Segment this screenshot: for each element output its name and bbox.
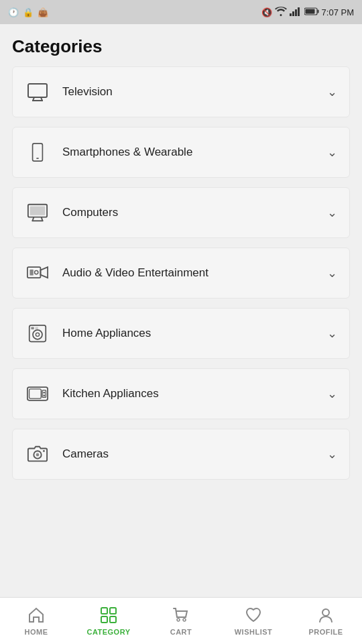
audio-video-icon xyxy=(25,263,50,283)
nav-item-wishlist[interactable]: WISHLIST xyxy=(217,598,290,644)
category-label-home-appliances: Home Appliances xyxy=(62,327,151,340)
svg-rect-7 xyxy=(305,9,314,13)
svg-point-22 xyxy=(35,270,38,274)
svg-rect-1 xyxy=(292,11,294,16)
nav-item-category[interactable]: CATEGORY xyxy=(72,598,145,644)
category-item-kitchen-appliances[interactable]: Kitchen Appliances ⌄ xyxy=(12,368,350,419)
cart-icon xyxy=(172,606,190,625)
category-label-cameras: Cameras xyxy=(62,447,109,461)
nav-label-category: CATEGORY xyxy=(86,628,130,636)
svg-rect-36 xyxy=(101,608,107,614)
category-label-smartphones: Smartphones & Wearable xyxy=(62,146,192,159)
chevron-icon-television: ⌄ xyxy=(327,85,337,99)
wifi-icon xyxy=(275,7,287,18)
category-left: Cameras xyxy=(25,444,109,464)
washer-icon xyxy=(25,323,50,343)
nav-label-wishlist: WISHLIST xyxy=(235,628,273,636)
heart-icon xyxy=(245,606,262,625)
chevron-icon-smartphones: ⌄ xyxy=(327,145,337,160)
status-bar: 🕐 🔒 👜 🔇 7:07 PM xyxy=(0,0,362,24)
status-right: 🔇 7:07 PM xyxy=(261,7,354,18)
chevron-icon-kitchen-appliances: ⌄ xyxy=(327,386,337,401)
camera-icon xyxy=(25,444,50,464)
category-label-computers: Computers xyxy=(62,206,118,219)
battery-icon xyxy=(304,7,319,17)
svg-rect-8 xyxy=(28,84,47,97)
lock-icon: 🔒 xyxy=(23,7,34,17)
category-item-cameras[interactable]: Cameras ⌄ xyxy=(12,429,350,480)
bag-icon: 👜 xyxy=(38,7,48,17)
chevron-icon-cameras: ⌄ xyxy=(327,447,337,462)
category-label-television: Television xyxy=(62,85,113,99)
svg-point-24 xyxy=(33,330,42,339)
time-display: 7:07 PM xyxy=(322,7,354,17)
mute-icon: 🔇 xyxy=(261,7,272,17)
bottom-nav: HOME CATEGORY CART WISH xyxy=(0,597,362,644)
page-title: Categories xyxy=(0,24,362,66)
category-item-smartphones[interactable]: Smartphones & Wearable ⌄ xyxy=(12,127,350,178)
microwave-icon xyxy=(25,384,50,404)
category-left: Smartphones & Wearable xyxy=(25,142,192,162)
svg-point-32 xyxy=(43,394,45,396)
categories-list: Television ⌄ Smartphones & Wearable ⌄ xyxy=(0,66,362,595)
svg-rect-29 xyxy=(29,389,42,398)
computer-icon xyxy=(25,203,50,223)
nav-label-profile: PROFILE xyxy=(308,628,343,636)
signal-icon xyxy=(290,7,302,18)
category-left: Kitchen Appliances xyxy=(25,384,159,404)
svg-rect-38 xyxy=(101,616,107,623)
nav-label-cart: CART xyxy=(170,628,192,636)
category-label-kitchen-appliances: Kitchen Appliances xyxy=(62,387,159,400)
status-left: 🕐 🔒 👜 xyxy=(8,7,48,17)
svg-point-35 xyxy=(43,450,45,452)
nav-label-home: HOME xyxy=(25,628,48,636)
nav-item-profile[interactable]: PROFILE xyxy=(290,598,362,644)
category-item-television[interactable]: Television ⌄ xyxy=(12,66,350,117)
category-label-audio-video: Audio & Video Entertainment xyxy=(62,266,208,280)
category-left: Computers xyxy=(25,203,118,223)
svg-point-34 xyxy=(36,453,40,457)
svg-rect-6 xyxy=(317,9,318,13)
clock-icon: 🕐 xyxy=(8,7,19,17)
nav-item-cart[interactable]: CART xyxy=(145,598,217,644)
svg-marker-20 xyxy=(40,267,48,278)
svg-rect-39 xyxy=(110,616,116,623)
svg-rect-26 xyxy=(31,327,34,329)
svg-rect-21 xyxy=(29,270,33,276)
svg-point-25 xyxy=(36,333,39,336)
svg-point-42 xyxy=(322,609,329,616)
category-left: Home Appliances xyxy=(25,323,151,343)
category-item-computers[interactable]: Computers ⌄ xyxy=(12,187,350,238)
chevron-icon-home-appliances: ⌄ xyxy=(327,326,337,341)
category-left: Audio & Video Entertainment xyxy=(25,263,208,283)
tv-icon xyxy=(25,82,50,102)
svg-point-41 xyxy=(183,619,186,621)
chevron-icon-computers: ⌄ xyxy=(327,205,337,220)
svg-rect-3 xyxy=(298,7,300,16)
chevron-icon-audio-video: ⌄ xyxy=(327,266,337,280)
home-icon xyxy=(27,606,45,625)
user-icon xyxy=(317,606,335,625)
svg-rect-18 xyxy=(30,207,46,215)
svg-point-31 xyxy=(43,392,45,394)
svg-rect-4 xyxy=(300,7,302,16)
nav-item-home[interactable]: HOME xyxy=(0,598,72,644)
svg-rect-37 xyxy=(110,608,116,614)
grid-icon xyxy=(100,606,117,625)
svg-rect-27 xyxy=(36,327,38,329)
category-left: Television xyxy=(25,82,113,102)
svg-point-40 xyxy=(177,619,180,621)
svg-rect-2 xyxy=(295,9,297,16)
svg-rect-0 xyxy=(290,13,292,16)
smartphone-icon xyxy=(25,142,50,162)
category-item-home-appliances[interactable]: Home Appliances ⌄ xyxy=(12,308,350,359)
category-item-audio-video[interactable]: Audio & Video Entertainment ⌄ xyxy=(12,248,350,299)
